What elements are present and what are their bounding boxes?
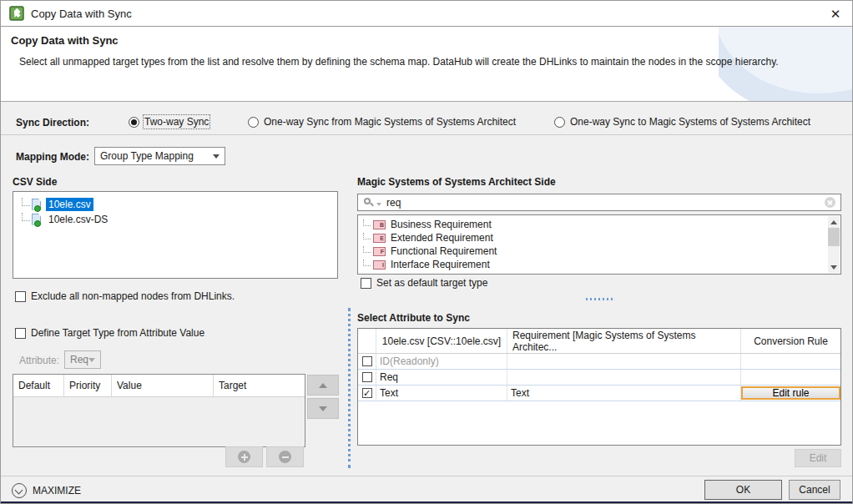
close-icon[interactable]: ✕ [825,4,845,24]
checkbox-icon[interactable] [362,372,372,382]
arrow-up-icon [319,383,327,388]
checkbox-label[interactable]: Set as default target type [376,277,487,289]
attribute-row-id[interactable]: ID(Readonly) [358,354,840,370]
checkbox-icon[interactable] [15,328,26,339]
app-icon [9,6,24,21]
maximize-label[interactable]: MAXIMIZE [33,485,81,496]
target-cell[interactable]: Text [507,386,741,401]
radio-icon[interactable] [248,117,259,128]
tree-branch-icon [22,213,30,221]
type-label[interactable]: Business Requirement [391,219,492,230]
tree-item-label[interactable]: 10ele.csv-DS [46,213,110,226]
arrow-down-icon [319,406,327,411]
mapping-mode-select[interactable]: Group Type Mapping [94,147,225,165]
type-search-field[interactable]: req [357,194,841,211]
divider [1,134,853,135]
csv-tree[interactable]: 10ele.csv 10ele.csv-DS [13,191,338,279]
vertical-splitter[interactable] [348,308,351,468]
type-item-business-requirement[interactable]: B Business Requirement [358,218,840,231]
target-type-list[interactable]: B Business Requirement E Extended Requir… [357,214,841,275]
requirement-type-icon: F [373,247,386,256]
attribute-sync-table[interactable]: 10ele.csv [CSV::10ele.csv] Requirement [… [357,328,841,446]
checkbox-label[interactable]: Define Target Type from Attribute Value [31,327,204,339]
rule-cell[interactable] [741,354,840,369]
radio-label[interactable]: One-way Sync from Magic Systems of Syste… [264,116,516,128]
radio-label[interactable]: One-way Sync to Magic Systems of Systems… [570,116,810,128]
set-default-target-checkbox-row[interactable]: Set as default target type [361,277,487,289]
search-options-chevron-icon[interactable] [376,203,381,206]
radio-one-way-from[interactable]: One-way Sync from Magic Systems of Syste… [248,116,516,128]
mapping-mode-value: Group Type Mapping [100,150,194,162]
add-row-button[interactable] [225,446,263,467]
radio-two-way-sync[interactable]: Two-way Sync [129,116,209,128]
minus-icon [279,451,291,463]
define-target-type-checkbox-row[interactable]: Define Target Type from Attribute Value [15,327,204,339]
column-header[interactable]: Default [13,375,64,396]
search-icon[interactable] [363,197,375,209]
scrollbar-thumb[interactable] [828,228,840,246]
list-scrollbar[interactable] [828,216,840,273]
tree-item-10ele-csv[interactable]: 10ele.csv [13,197,337,212]
tree-branch-icon [22,198,30,206]
column-header-rule[interactable]: Conversion Rule [741,329,840,353]
radio-one-way-to[interactable]: One-way Sync to Magic Systems of Systems… [554,116,810,128]
column-header-target[interactable]: Requirement [Magic Systems of Systems Ar… [507,329,741,353]
type-label[interactable]: Extended Requirement [391,232,493,244]
edit-button[interactable]: Edit [795,449,841,467]
move-down-button[interactable] [307,398,339,419]
attribute-row-text[interactable]: ✓ Text Text Edit rule [358,386,840,401]
exclude-nodes-checkbox-row[interactable]: Exclude all non-mapped nodes from DHLink… [15,290,235,302]
tree-branch-icon [363,246,371,253]
type-item-functional-requirement[interactable]: F Functional Requirement [358,244,840,258]
radio-icon[interactable] [129,117,139,128]
attribute-row-req[interactable]: Req [358,370,840,386]
attribute-value: Req [70,354,88,365]
edit-rule-button[interactable]: Edit rule [741,386,840,400]
checkbox-icon[interactable] [361,278,371,289]
type-label[interactable]: Functional Requirement [391,245,497,257]
type-item-interface-requirement[interactable]: I Interface Requirement [358,258,840,271]
type-item-extended-requirement[interactable]: E Extended Requirement [358,231,840,244]
column-header-source[interactable]: 10ele.csv [CSV::10ele.csv] [376,329,507,353]
horizontal-splitter-handle[interactable] [586,298,613,300]
checkbox-checked-icon[interactable]: ✓ [362,388,372,398]
radio-label[interactable]: Two-way Sync [144,116,209,128]
csv-side-title: CSV Side [13,176,57,188]
search-input-value[interactable]: req [386,197,401,209]
dialog-header: Copy Data with Sync Select all unmapped … [1,27,852,102]
architect-side-title: Magic Systems of Systems Architect Side [357,176,556,188]
target-cell[interactable] [507,370,741,385]
tree-branch-icon [363,233,371,239]
clear-search-icon[interactable] [825,197,835,208]
radio-icon[interactable] [554,117,565,128]
chevron-down-icon [88,358,95,362]
checkbox-icon[interactable] [362,356,372,366]
ok-button[interactable]: OK [704,480,782,500]
type-label[interactable]: Interface Requirement [391,259,490,270]
column-header[interactable]: Target [214,375,305,396]
column-header[interactable]: Value [112,375,214,396]
rule-cell[interactable] [741,370,840,385]
header-description: Select all unmapped target types from th… [19,56,820,68]
scroll-down-icon[interactable] [828,261,840,273]
attribute-select: Req [64,350,101,369]
cancel-button[interactable]: Cancel [789,480,840,500]
move-up-button[interactable] [307,375,339,396]
tree-item-10ele-csv-ds[interactable]: 10ele.csv-DS [13,212,337,227]
maximize-toggle[interactable]: MAXIMIZE [12,483,81,498]
remove-row-button[interactable] [266,446,304,467]
checkbox-icon[interactable] [15,291,26,302]
header-title: Copy Data with Sync [11,34,119,47]
target-cell[interactable] [507,354,741,369]
scroll-up-icon[interactable] [828,216,840,228]
source-cell[interactable]: ID(Readonly) [376,354,507,369]
chevron-down-icon [213,154,220,159]
source-cell[interactable]: Req [376,370,507,385]
tree-item-label[interactable]: 10ele.csv [46,198,93,211]
source-cell[interactable]: Text [376,386,507,401]
checkbox-label[interactable]: Exclude all non-mapped nodes from DHLink… [31,290,235,302]
column-header[interactable]: Priority [64,375,112,396]
value-mapping-table[interactable]: Default Priority Value Target [13,374,305,447]
tree-branch-icon [363,260,371,266]
chevron-down-circle-icon[interactable] [12,483,27,498]
